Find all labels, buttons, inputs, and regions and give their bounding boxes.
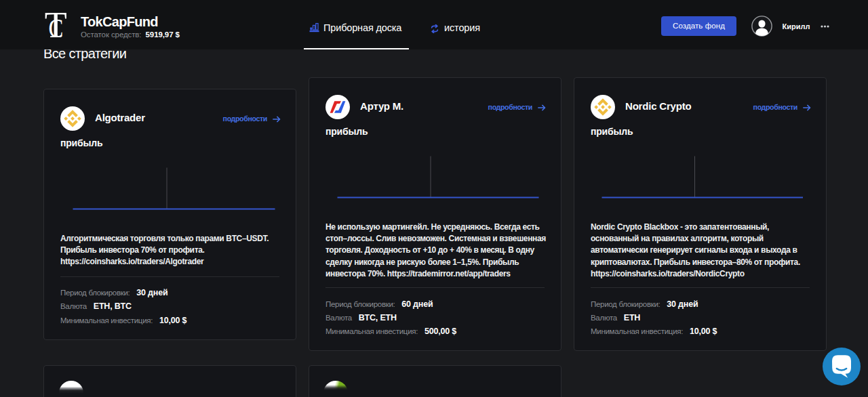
svg-text:C: C (48, 13, 63, 41)
